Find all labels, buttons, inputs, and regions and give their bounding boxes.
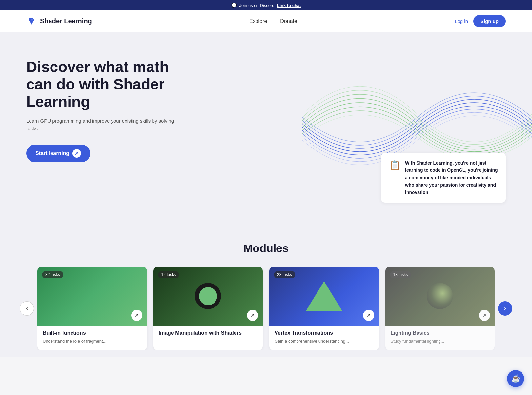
discord-link[interactable]: Link to chat xyxy=(277,3,301,8)
logo-icon xyxy=(26,16,37,27)
modules-section: Modules ‹ 32 tasks ↗ Built-in functions … xyxy=(0,222,532,357)
task-badge-2: 12 tasks xyxy=(158,271,179,278)
card-name-4: Lighting Basics xyxy=(391,330,490,336)
chat-icon: 💬 xyxy=(231,3,237,8)
card-desc-1: Understand the role of fragment... xyxy=(43,338,142,345)
card-body-2: Image Manipulation with Shaders xyxy=(153,326,263,344)
hero-subtitle: Learn GPU programming and improve your e… xyxy=(26,117,184,133)
navbar: Shader Learning Explore Donate Log in Si… xyxy=(0,10,532,32)
blob-shape xyxy=(427,283,453,309)
card-body-1: Built-in functions Understand the role o… xyxy=(37,326,147,350)
card-arrow-3[interactable]: ↗ xyxy=(363,310,374,321)
logo-text: Shader Learning xyxy=(40,17,92,25)
start-learning-label: Start learning xyxy=(35,150,69,156)
modules-list: 32 tasks ↗ Built-in functions Understand… xyxy=(37,267,495,350)
card-image-manipulation: 12 tasks ↗ xyxy=(153,267,263,326)
module-card-built-in-functions[interactable]: 32 tasks ↗ Built-in functions Understand… xyxy=(37,267,147,350)
card-body-4: Lighting Basics Study fundamental lighti… xyxy=(385,326,495,350)
card-desc-3: Gain a comprehensive understanding... xyxy=(275,338,374,345)
card-desc-4: Study fundamental lighting... xyxy=(391,338,490,345)
carousel-prev-button[interactable]: ‹ xyxy=(20,301,34,316)
hero-section: Discover what math can do with Shader Le… xyxy=(0,32,532,222)
quote-icon: 📋 xyxy=(389,160,400,171)
card-image-lighting: 13 tasks ↗ xyxy=(385,267,495,326)
circle-inner xyxy=(199,287,217,305)
login-button[interactable]: Log in xyxy=(455,18,468,24)
banner-text: Join us on Discord xyxy=(239,3,275,8)
card-image-built-in: 32 tasks ↗ xyxy=(37,267,147,326)
nav-explore[interactable]: Explore xyxy=(249,18,267,24)
logo[interactable]: Shader Learning xyxy=(26,16,92,27)
modules-carousel: ‹ 32 tasks ↗ Built-in functions Understa… xyxy=(0,267,532,350)
task-badge-1: 32 tasks xyxy=(42,271,63,278)
start-learning-button[interactable]: Start learning ↗ xyxy=(26,145,90,162)
hero-title: Discover what math can do with Shader Le… xyxy=(26,58,184,110)
nav-donate[interactable]: Donate xyxy=(280,18,297,24)
card-arrow-1[interactable]: ↗ xyxy=(131,310,142,321)
nav-links: Explore Donate xyxy=(249,18,297,24)
task-badge-3: 23 tasks xyxy=(274,271,295,278)
circle-shape xyxy=(195,283,221,309)
nav-actions: Log in Sign up xyxy=(455,15,506,27)
top-banner: 💬 Join us on Discord Link to chat xyxy=(0,0,532,10)
task-badge-4: 13 tasks xyxy=(390,271,411,278)
card-image-vertex: 23 tasks ↗ xyxy=(269,267,379,326)
module-card-vertex-transformations[interactable]: 23 tasks ↗ Vertex Transformations Gain a… xyxy=(269,267,379,350)
module-card-lighting-basics[interactable]: 13 tasks ↗ Lighting Basics Study fundame… xyxy=(385,267,495,350)
triangle-shape xyxy=(306,281,342,311)
signup-button[interactable]: Sign up xyxy=(473,15,506,27)
card-arrow-4[interactable]: ↗ xyxy=(479,310,490,321)
quote-text: With Shader Learning, you're not just le… xyxy=(405,159,498,196)
card-body-3: Vertex Transformations Gain a comprehens… xyxy=(269,326,379,350)
card-name-3: Vertex Transformations xyxy=(275,330,374,336)
hero-content: Discover what math can do with Shader Le… xyxy=(26,58,184,162)
card-arrow-2[interactable]: ↗ xyxy=(247,310,258,321)
arrow-icon: ↗ xyxy=(72,149,81,158)
carousel-next-button[interactable]: › xyxy=(498,301,512,316)
card-name-2: Image Manipulation with Shaders xyxy=(159,330,258,336)
quote-box: 📋 With Shader Learning, you're not just … xyxy=(381,153,506,203)
card-name-1: Built-in functions xyxy=(43,330,142,336)
module-card-image-manipulation[interactable]: 12 tasks ↗ Image Manipulation with Shade… xyxy=(153,267,263,350)
modules-title: Modules xyxy=(0,242,532,255)
